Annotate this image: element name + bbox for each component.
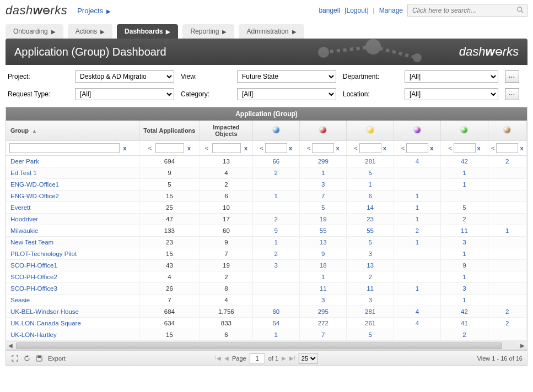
filter-status-5-input[interactable] [496,143,518,153]
tab-onboarding[interactable]: Onboarding▶ [6,24,63,39]
lt-icon[interactable]: < [448,145,451,151]
col-status-1[interactable] [300,121,347,141]
col-impacted-objects[interactable]: Impacted Objects [200,121,252,141]
filter-status-0-input[interactable] [265,143,287,153]
filter-total-input[interactable] [155,143,184,153]
status-cell-1[interactable]: 295 [300,306,347,318]
status-cell-2[interactable]: 3 [347,248,394,260]
lt-icon[interactable]: < [401,145,405,151]
request-type-select[interactable]: [All] [75,88,174,100]
save-icon[interactable] [35,354,44,363]
manage-link[interactable]: Manage [379,7,403,14]
status-cell-0[interactable]: 66 [252,156,299,167]
department-select[interactable]: [All] [405,70,498,83]
filter-status-2-input[interactable] [359,143,381,153]
page-first-icon[interactable]: !◀ [215,355,221,361]
status-cell-4[interactable]: 1 [441,179,488,190]
tab-reporting[interactable]: Reporting▶ [182,24,234,39]
status-cell-0[interactable]: 2 [252,248,299,260]
status-cell-1[interactable]: 7 [300,329,347,341]
user-link[interactable]: bangell [319,7,340,14]
tab-dashboards[interactable]: Dashboards▶ [117,24,178,39]
group-cell[interactable]: UK-LON-Canada Square [6,318,139,329]
location-more-button[interactable]: ... [505,88,519,100]
filter-clear-icon[interactable]: x [383,145,386,151]
scroll-right-icon[interactable]: ▶ [518,342,527,349]
filter-clear-icon[interactable]: x [187,145,191,151]
status-cell-4[interactable]: 3 [441,237,488,248]
lt-icon[interactable]: < [260,145,263,151]
tab-administration[interactable]: Administration▶ [239,24,304,39]
status-cell-2[interactable]: 5 [347,167,394,179]
status-cell-0[interactable]: 2 [252,214,299,225]
filter-clear-icon[interactable]: x [244,145,247,151]
projects-link[interactable]: Projects ▶ [77,7,111,15]
col-status-3[interactable] [394,121,440,141]
status-cell-4[interactable]: 11 [441,225,488,237]
status-cell-3[interactable]: 1 [394,214,440,225]
status-cell-2[interactable]: 5 [347,329,394,341]
view-select[interactable]: Future State [237,70,336,83]
status-cell-3[interactable]: 4 [394,306,440,318]
group-cell[interactable]: Deer Park [6,156,139,167]
status-cell-4[interactable]: 5 [441,202,488,214]
status-cell-0[interactable]: 3 [252,260,299,271]
status-cell-4[interactable]: 42 [441,306,488,318]
scroll-left-icon[interactable]: ◀ [6,342,15,349]
status-cell-3[interactable]: 4 [394,318,440,329]
group-cell[interactable]: UK-BEL-Windsor House [6,306,139,318]
filter-clear-icon[interactable]: x [520,145,523,151]
search-input[interactable] [407,4,527,17]
status-cell-2[interactable]: 2 [347,271,394,283]
group-cell[interactable]: Hoodriver [6,214,139,225]
status-cell-3[interactable]: 1 [394,202,440,214]
status-cell-1[interactable]: 272 [300,318,347,329]
status-cell-4[interactable]: 1 [441,295,488,306]
group-cell[interactable]: SCO-PH-Office1 [6,260,139,271]
status-cell-1[interactable]: 19 [300,214,347,225]
status-cell-3[interactable]: 1 [394,283,440,295]
status-cell-0[interactable]: 60 [252,306,299,318]
status-cell-5[interactable]: 2 [488,156,526,167]
status-cell-0[interactable]: 1 [252,237,299,248]
search-icon[interactable] [516,6,524,14]
status-cell-0[interactable]: 1 [252,190,299,202]
filter-status-1-input[interactable] [312,143,334,153]
filter-status-4-input[interactable] [454,143,476,153]
expand-icon[interactable] [10,354,19,363]
status-cell-1[interactable]: 9 [300,248,347,260]
status-cell-1[interactable]: 1 [300,167,347,179]
page-input[interactable] [250,353,265,363]
scroll-thumb[interactable] [16,342,502,349]
status-cell-2[interactable]: 261 [347,318,394,329]
status-cell-4[interactable]: 41 [441,318,488,329]
tab-actions[interactable]: Actions▶ [68,24,112,39]
status-cell-0[interactable]: 1 [252,329,299,341]
status-cell-5[interactable]: 2 [488,318,526,329]
logout-link[interactable]: [Logout] [344,7,368,14]
status-cell-2[interactable]: 5 [347,237,394,248]
status-cell-1[interactable]: 3 [300,295,347,306]
filter-status-3-input[interactable] [406,143,428,153]
status-cell-2[interactable]: 6 [347,190,394,202]
group-cell[interactable]: PILOT-Technology Pilot [6,248,139,260]
status-cell-3[interactable]: 1 [394,237,440,248]
status-cell-1[interactable]: 18 [300,260,347,271]
page-prev-icon[interactable]: ◀ [224,355,229,361]
status-cell-5[interactable]: 2 [488,306,526,318]
status-cell-1[interactable]: 5 [300,202,347,214]
status-cell-1[interactable]: 13 [300,237,347,248]
page-last-icon[interactable]: ▶! [289,355,295,361]
export-button[interactable]: Export [48,355,66,362]
lt-icon[interactable]: < [307,145,310,151]
project-select[interactable]: Desktop & AD Migratio [75,70,174,83]
lt-icon[interactable]: < [148,145,152,151]
status-cell-2[interactable]: 1 [347,179,394,190]
status-cell-4[interactable]: 1 [441,248,488,260]
status-cell-0[interactable]: 2 [252,167,299,179]
group-cell[interactable]: New Test Team [6,237,139,248]
col-status-5[interactable] [488,121,526,141]
department-more-button[interactable]: ... [505,70,519,83]
status-cell-0[interactable]: 9 [252,225,299,237]
lt-icon[interactable]: < [354,145,357,151]
